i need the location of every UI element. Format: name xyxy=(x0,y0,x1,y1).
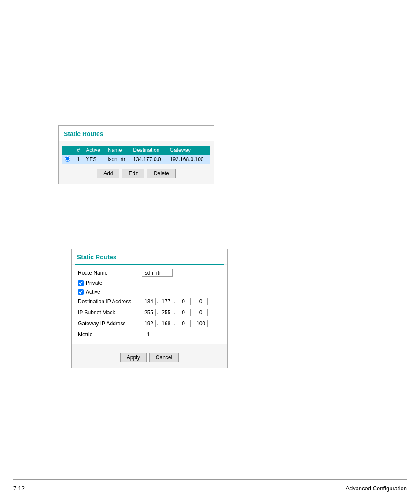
page-number: 7-12 xyxy=(13,485,25,492)
route-name-label: Route Name xyxy=(78,270,142,276)
form-row-private: Private xyxy=(78,280,221,286)
metric-input[interactable] xyxy=(142,331,155,338)
form-row-active: Active xyxy=(78,289,221,295)
gateway-ip-label: Gateway IP Address xyxy=(78,320,142,327)
private-label: Private xyxy=(86,280,102,286)
form-row-subnet: IP Subnet Mask . . . xyxy=(78,309,221,316)
delete-button[interactable]: Delete xyxy=(147,169,176,178)
panel-static-routes-table: Static Routes # Active Name Destination … xyxy=(58,125,214,184)
col-num: # xyxy=(74,146,84,155)
private-checkbox[interactable] xyxy=(78,280,84,286)
subnet-oct3[interactable] xyxy=(177,309,191,316)
active-checkbox[interactable] xyxy=(78,289,84,295)
top-divider xyxy=(13,31,407,31)
form-row-metric: Metric xyxy=(78,331,221,338)
gateway-oct1[interactable] xyxy=(142,320,156,327)
dest-ip-label: Destination IP Address xyxy=(78,298,142,305)
row-destination: 134.177.0.0 xyxy=(130,155,167,164)
gateway-ip-group: . . . xyxy=(142,320,208,327)
form-row-route-name: Route Name xyxy=(78,269,221,277)
route-name-input[interactable] xyxy=(142,269,173,277)
footer-divider xyxy=(13,479,407,480)
col-destination: Destination xyxy=(130,146,167,155)
dest-ip-oct4[interactable] xyxy=(194,298,208,305)
page-footer: 7-12 Advanced Configuration xyxy=(13,485,407,492)
metric-label: Metric xyxy=(78,331,142,338)
col-name: Name xyxy=(105,146,131,155)
gateway-oct3[interactable] xyxy=(177,320,191,327)
col-gateway: Gateway xyxy=(167,146,210,155)
dest-ip-oct1[interactable] xyxy=(142,298,156,305)
form-row-dest-ip: Destination IP Address . . . xyxy=(78,298,221,305)
row-gateway: 192.168.0.100 xyxy=(167,155,210,164)
dest-ip-oct2[interactable] xyxy=(159,298,173,305)
panel2-title: Static Routes xyxy=(72,249,227,264)
active-label: Active xyxy=(86,289,100,295)
apply-button[interactable]: Apply xyxy=(120,353,147,362)
subnet-oct2[interactable] xyxy=(159,309,173,316)
subnet-mask-label: IP Subnet Mask xyxy=(78,309,142,316)
subnet-oct4[interactable] xyxy=(194,309,208,316)
subnet-mask-group: . . . xyxy=(142,309,208,316)
col-active: Active xyxy=(83,146,105,155)
form-body: Route Name Private Active Destination IP… xyxy=(72,265,227,344)
form-row-gateway: Gateway IP Address . . . xyxy=(78,320,221,327)
panel2-button-row: Apply Cancel xyxy=(72,348,227,368)
panel1-button-row: Add Edit Delete xyxy=(59,164,214,184)
gateway-oct2[interactable] xyxy=(159,320,173,327)
row-num: 1 xyxy=(74,155,84,164)
routes-table: # Active Name Destination Gateway 1 YES … xyxy=(62,146,210,164)
add-button[interactable]: Add xyxy=(97,169,119,178)
route-radio[interactable] xyxy=(65,156,70,162)
dest-ip-group: . . . xyxy=(142,298,208,305)
row-name: isdn_rtr xyxy=(105,155,131,164)
subnet-oct1[interactable] xyxy=(142,309,156,316)
page-title: Advanced Configuration xyxy=(346,485,407,492)
panel1-title: Static Routes xyxy=(59,126,214,141)
table-row[interactable]: 1 YES isdn_rtr 134.177.0.0 192.168.0.100 xyxy=(62,155,210,164)
edit-button[interactable]: Edit xyxy=(122,169,144,178)
table-wrap: # Active Name Destination Gateway 1 YES … xyxy=(59,141,214,164)
cancel-button[interactable]: Cancel xyxy=(149,353,179,362)
dest-ip-oct3[interactable] xyxy=(177,298,191,305)
panel-static-routes-form: Static Routes Route Name Private Active … xyxy=(71,249,228,368)
row-radio[interactable] xyxy=(62,155,74,164)
row-active: YES xyxy=(83,155,105,164)
col-radio xyxy=(62,146,74,155)
gateway-oct4[interactable] xyxy=(194,320,208,327)
